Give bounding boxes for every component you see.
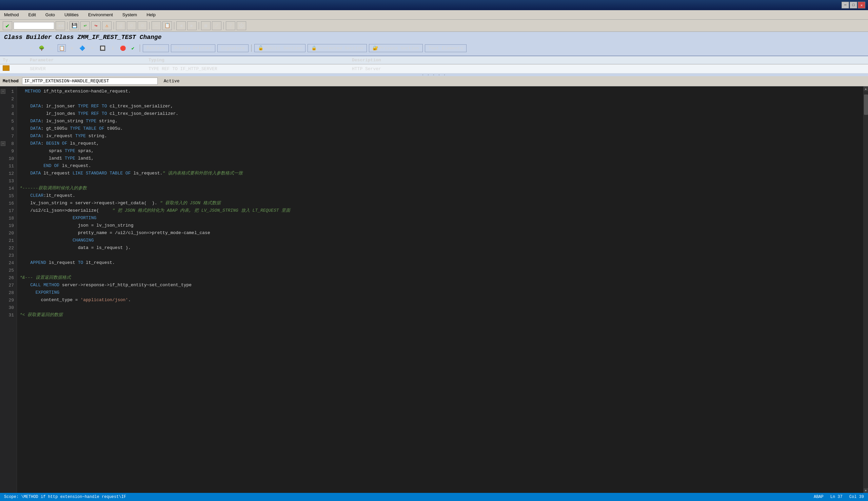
inherit-icon[interactable]: ⊕ xyxy=(68,44,76,52)
public-section-button[interactable]: 🔓 Public Section xyxy=(254,44,305,52)
public-section-icon: 🔓 xyxy=(258,45,263,51)
redo-button[interactable]: ↪ xyxy=(91,21,101,30)
scroll-track[interactable] xyxy=(864,91,868,488)
col-typing: Typing xyxy=(148,57,352,63)
menu-utilities[interactable]: Utilities xyxy=(63,11,80,18)
info2-icon[interactable]: ℹ xyxy=(108,44,117,52)
table-row[interactable]: SERVER TYPE REF TO IF_HTTP_SERVER HTTP S… xyxy=(0,64,868,74)
line-number: 10 xyxy=(0,155,17,162)
line-number: 3 xyxy=(0,103,17,110)
stop-icon[interactable]: 🛑 xyxy=(119,44,127,52)
private-section-button[interactable]: 🔐 Private Section xyxy=(369,44,423,52)
code-line: APPEND ls_request TO lt_request. xyxy=(17,259,863,267)
check-button[interactable]: ⚠ xyxy=(102,21,112,30)
line-number: 22 xyxy=(0,244,17,252)
cut-button[interactable]: ✂ xyxy=(151,21,161,30)
line-number: 16 xyxy=(0,200,17,207)
code-line: lr_json_des TYPE REF TO cl_trex_json_des… xyxy=(17,110,863,118)
signature-button[interactable]: Signature xyxy=(217,44,249,52)
code-line: json = lv_json_string xyxy=(17,222,863,229)
code-line: pretty_name = /ui2/cl_json=>pretty_mode-… xyxy=(17,229,863,237)
tool1-button[interactable]: ⚙ xyxy=(127,21,136,30)
protected-section-icon: 🔒 xyxy=(311,45,317,51)
code-line: *------获取调用时候传入的参数 xyxy=(17,185,863,192)
layout-button[interactable]: ▦ xyxy=(201,21,211,30)
code-line: DATA: gt_t005u TYPE TABLE OF t005u. xyxy=(17,125,863,132)
pattern-button[interactable]: Pattern xyxy=(143,44,169,52)
code-line: CALL METHOD server->response->if_http_en… xyxy=(17,281,863,289)
text-elements-button[interactable]: Text Elements xyxy=(425,44,467,52)
menu-system[interactable]: System xyxy=(121,11,138,18)
col-description: Description xyxy=(352,57,865,63)
language-indicator: ABAP xyxy=(814,494,824,499)
scroll-up-arrow[interactable]: ▲ xyxy=(864,86,868,91)
public-section-label: Public Section xyxy=(265,46,302,51)
forward-icon[interactable]: → xyxy=(17,44,25,52)
class-icon[interactable]: 🔷 xyxy=(78,44,86,52)
section-divider: · · · · · xyxy=(0,74,868,76)
pretty-printer-button[interactable]: Pretty Printer xyxy=(171,44,215,52)
help-button[interactable]: ? xyxy=(226,21,235,30)
code-line: DATA lt_request LIKE STANDARD TABLE OF l… xyxy=(17,170,863,177)
line-number: 26 xyxy=(0,274,17,281)
row-typing: TYPE REF TO IF_HTTP_SERVER xyxy=(148,66,352,72)
line-number: 21 xyxy=(0,237,17,244)
toolbar-sep-2 xyxy=(114,22,114,30)
line-number: 28 xyxy=(0,289,17,296)
copy-button[interactable]: 📋 xyxy=(163,21,172,30)
scroll-thumb[interactable] xyxy=(864,95,868,115)
line-indicator: Ln 37 xyxy=(830,494,843,499)
nav-left-button[interactable]: ◀ xyxy=(176,21,186,30)
nav-right-button[interactable]: ▶ xyxy=(187,21,197,30)
menu-help[interactable]: Help xyxy=(145,11,157,18)
line-number: 4 xyxy=(0,110,17,118)
line-number: 19 xyxy=(0,222,17,229)
code-line xyxy=(17,267,863,274)
status-bar: Scope: \METHOD if http extension~handle … xyxy=(0,493,868,501)
edit-icon[interactable]: ✏ xyxy=(48,44,56,52)
menu-method[interactable]: Method xyxy=(3,11,20,18)
code-line xyxy=(17,252,863,259)
code-line: CLEAR:lt_request. xyxy=(17,192,863,200)
close-button[interactable]: ✕ xyxy=(858,2,865,9)
scroll-down-arrow[interactable]: ▼ xyxy=(864,488,868,493)
menu-environment[interactable]: Environment xyxy=(87,11,114,18)
code-line: land1 TYPE land1, xyxy=(17,155,863,162)
vertical-scrollbar[interactable]: ▲ ▼ xyxy=(863,86,868,493)
info-icon[interactable]: 📋 xyxy=(57,44,66,52)
back-icon[interactable]: ← xyxy=(7,44,15,52)
menu-edit[interactable]: Edit xyxy=(27,11,37,18)
main-content: Method Edit Goto Utilities Environment S… xyxy=(0,10,868,501)
fold-button[interactable]: − xyxy=(1,141,6,146)
col-indicator: Col 39 xyxy=(849,494,864,499)
param-icon[interactable]: ≡ xyxy=(88,44,96,52)
green-check-button[interactable]: ✔ xyxy=(3,21,12,30)
exit-button[interactable]: ⏻ xyxy=(237,21,246,30)
code-content[interactable]: METHOD if_http_extension~handle_request.… xyxy=(17,86,863,493)
minimize-button[interactable]: ─ xyxy=(841,2,849,9)
fullscreen-button[interactable]: ⤢ xyxy=(212,21,221,30)
maximize-button[interactable]: □ xyxy=(850,2,857,9)
code-line: *&--- 设置返回数据格式 xyxy=(17,274,863,281)
fold-button[interactable]: − xyxy=(1,89,6,94)
prev-icon[interactable]: ⬅ xyxy=(27,44,35,52)
toolbar-sep-1 xyxy=(67,22,67,30)
undo-button[interactable]: ↩ xyxy=(80,21,90,30)
save-button[interactable]: 💾 xyxy=(70,21,79,30)
protected-section-button[interactable]: 🔒 Protected Section xyxy=(307,44,367,52)
code-line: DATA: lv_json_string TYPE string. xyxy=(17,118,863,125)
print-button[interactable]: 🖨 xyxy=(116,21,125,30)
title-bar-buttons[interactable]: ─ □ ✕ xyxy=(841,2,865,9)
private-section-label: Private Section xyxy=(379,46,419,51)
menu-goto[interactable]: Goto xyxy=(44,11,56,18)
check2-icon[interactable]: ✔ xyxy=(129,44,137,52)
line-number: 6 xyxy=(0,125,17,132)
detail-icon[interactable]: 🔲 xyxy=(98,44,106,52)
nav-prev-button[interactable]: ◀◀ xyxy=(56,21,65,30)
method-input[interactable] xyxy=(22,77,158,85)
tool2-button[interactable]: ⚙ xyxy=(138,21,147,30)
line-number: 12 xyxy=(0,170,17,177)
toolbar-input[interactable] xyxy=(13,22,54,30)
tree-icon[interactable]: 🌳 xyxy=(37,44,45,52)
line-number: 23 xyxy=(0,252,17,259)
